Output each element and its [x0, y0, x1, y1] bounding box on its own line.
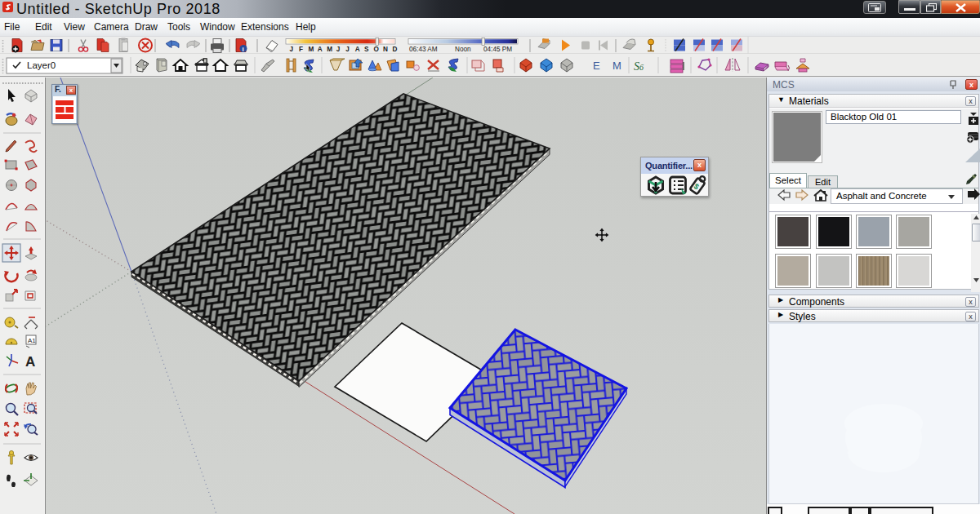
- svg-text:A: A: [355, 46, 360, 53]
- svg-text:i: i: [243, 46, 244, 53]
- svg-text:J: J: [336, 46, 341, 53]
- svg-text:E: E: [593, 60, 600, 72]
- svg-text:04:45 PM: 04:45 PM: [483, 46, 512, 53]
- svg-text:S6: S6: [634, 60, 644, 73]
- svg-text:J: J: [290, 46, 294, 53]
- svg-text:S: S: [364, 46, 369, 53]
- svg-text:Noon: Noon: [455, 46, 471, 53]
- svg-text:M: M: [612, 60, 621, 72]
- svg-text:06:43 AM: 06:43 AM: [409, 46, 438, 53]
- svg-text:A: A: [318, 46, 323, 53]
- svg-text:D: D: [392, 46, 397, 53]
- svg-text:M: M: [327, 46, 332, 53]
- svg-text:O: O: [374, 46, 380, 53]
- svg-text:Layer0: Layer0: [27, 60, 56, 70]
- svg-text:A1: A1: [28, 337, 36, 344]
- svg-text:A: A: [25, 354, 35, 370]
- svg-text:F: F: [299, 46, 303, 53]
- svg-text:N: N: [383, 46, 388, 53]
- svg-text:M: M: [308, 46, 314, 53]
- svg-text:J: J: [345, 46, 350, 53]
